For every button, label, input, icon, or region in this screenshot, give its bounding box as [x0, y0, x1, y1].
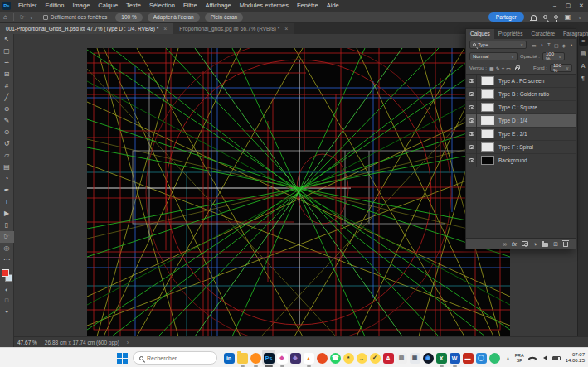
taskbar-app-yellow-3[interactable]: ✓	[368, 349, 381, 367]
filter-shape-layers-icon[interactable]: ▢	[553, 42, 560, 48]
taskbar-firefox[interactable]	[249, 349, 262, 367]
taskbar-linkedin[interactable]: in	[222, 349, 236, 367]
eraser-tool[interactable]: ▱	[0, 150, 14, 162]
taskbar-app-red[interactable]: ▬	[461, 349, 474, 367]
document-tab[interactable]: Proportional_grids.jpg @ 66,7% (RVB/8) *…	[173, 23, 294, 34]
menu-item[interactable]: Image	[68, 0, 94, 12]
lock-position-icon[interactable]: +	[502, 65, 505, 70]
hand-tool[interactable]: ☞	[0, 231, 14, 243]
quick-mask-button[interactable]: ◐	[0, 284, 14, 295]
taskbar-file-explorer[interactable]	[236, 349, 249, 367]
menu-item[interactable]: Aide	[323, 0, 343, 12]
filter-type-layers-icon[interactable]: T	[546, 42, 552, 48]
filter-pixel-layers-icon[interactable]: ▭	[531, 42, 537, 48]
taskbar-app-blue[interactable]: ◯	[474, 349, 488, 367]
taskbar-photos[interactable]: ◆	[275, 349, 289, 367]
marquee-tool[interactable]: ▢	[0, 46, 14, 57]
home-icon[interactable]: ⌂	[3, 12, 7, 23]
wifi-icon[interactable]	[527, 354, 537, 363]
layer-row[interactable]: Type C : Square	[466, 101, 576, 114]
options-button[interactable]: Plein écran	[205, 13, 244, 22]
dock-paragraph-icon[interactable]: ¶	[579, 74, 588, 83]
menu-item[interactable]: Fenêtre	[293, 0, 323, 12]
link-layers-icon[interactable]: ∞	[503, 239, 507, 249]
layer-thumbnail[interactable]	[481, 103, 494, 112]
history-brush-tool[interactable]: ↺	[0, 138, 14, 150]
taskbar-notes[interactable]: ▤	[395, 349, 408, 367]
document-tab[interactable]: 001-Proportional_Grids_H.psd @ 47,7% (Ty…	[0, 23, 173, 34]
lock-artboard-icon[interactable]: ▭	[506, 65, 511, 71]
volume-icon[interactable]	[541, 355, 547, 360]
add-layer-mask-icon[interactable]	[522, 241, 528, 246]
edit-toolbar-button[interactable]: ◒	[0, 306, 14, 316]
hidden-icons-chevron[interactable]: ∧	[506, 355, 509, 361]
menu-item[interactable]: Calque	[94, 0, 122, 12]
minimize-button[interactable]: –	[548, 0, 561, 12]
discover-lightbulb-icon[interactable]	[554, 15, 558, 19]
layer-thumbnail[interactable]	[481, 116, 494, 125]
layer-visibility-toggle[interactable]	[466, 75, 477, 88]
language-indicator[interactable]: FRA SF	[515, 353, 524, 363]
notifications-bell-icon[interactable]	[531, 15, 537, 20]
layer-thumbnail[interactable]	[481, 76, 494, 85]
taskbar-acrobat[interactable]: A	[381, 349, 395, 367]
layer-row[interactable]: Type A : PC screen	[466, 75, 576, 88]
layer-thumbnail[interactable]	[481, 156, 494, 165]
panel-tab[interactable]: Paragraphe	[559, 29, 588, 39]
crop-tool[interactable]: #	[0, 80, 14, 92]
panel-tab[interactable]: Caractère	[527, 29, 559, 39]
taskbar-app-yellow-1[interactable]: *	[342, 349, 355, 367]
options-button[interactable]: 100 %	[115, 13, 142, 22]
maximize-button[interactable]: ▢	[561, 0, 575, 12]
battery-icon[interactable]	[552, 356, 561, 360]
taskbar-calculator[interactable]: ▦	[408, 349, 421, 367]
brush-tool[interactable]: ✎	[0, 115, 14, 127]
layer-visibility-toggle[interactable]	[466, 101, 477, 114]
share-button[interactable]: Partager	[488, 12, 524, 22]
more-tools[interactable]: ⋯	[0, 254, 14, 266]
layer-visibility-toggle[interactable]	[466, 154, 477, 167]
filter-toggle-icon[interactable]: •	[571, 42, 572, 47]
close-tab-icon[interactable]: ×	[284, 26, 288, 31]
chevron-down-icon[interactable]: ∨	[578, 15, 581, 20]
layer-row[interactable]: Type F : Spiral	[466, 141, 576, 154]
taskbar-search[interactable]: Rechercher	[133, 351, 217, 365]
taskbar-app-yellow-2[interactable]: →	[355, 349, 368, 367]
taskbar-app-orange[interactable]	[315, 349, 328, 367]
foreground-color-swatch[interactable]	[2, 269, 9, 277]
clock[interactable]: 07:07 14.06.25	[566, 352, 585, 364]
zoom-level-field[interactable]: 47,67 %	[17, 340, 37, 345]
scroll-all-windows-checkbox[interactable]	[43, 15, 48, 20]
filter-smart-objects-icon[interactable]: ◈	[561, 42, 567, 48]
healing-brush-tool[interactable]: ⊕	[0, 104, 14, 115]
type-tool[interactable]: T	[0, 196, 14, 208]
clone-stamp-tool[interactable]: ⊙	[0, 127, 14, 138]
taskbar-whatsapp[interactable]: ☎	[328, 349, 342, 367]
shape-tool[interactable]: ▯	[0, 220, 14, 231]
layer-filter-select[interactable]: Type ∨	[469, 41, 527, 49]
pen-tool[interactable]: ✒	[0, 185, 14, 196]
taskbar-photoshop[interactable]: Ps	[262, 349, 275, 367]
new-layer-icon[interactable]: ⊞	[553, 239, 558, 249]
taskbar-excel[interactable]: X	[435, 349, 448, 367]
workspace-switcher-icon[interactable]: ▣	[565, 13, 571, 21]
gradient-tool[interactable]: ▤	[0, 162, 14, 173]
path-selection-tool[interactable]: ▶	[0, 208, 14, 220]
dock-character-icon[interactable]: A	[579, 61, 588, 70]
layer-row[interactable]: Type B : Golden ratio	[466, 88, 576, 101]
dock-libraries-icon[interactable]: ▤	[579, 49, 588, 58]
layer-row[interactable]: Background	[466, 154, 576, 167]
layer-visibility-toggle[interactable]	[466, 114, 477, 128]
blend-mode-select[interactable]: Normal ∨	[469, 52, 518, 60]
layer-visibility-toggle[interactable]	[466, 128, 477, 141]
zoom-tool[interactable]: ◎	[0, 243, 14, 254]
menu-item[interactable]: Filtre	[179, 0, 202, 12]
layer-row[interactable]: Type D : 1/4	[466, 114, 576, 128]
opacity-input[interactable]: 100 % ∨	[542, 52, 565, 60]
layer-row[interactable]: Type E : 2/1	[466, 128, 576, 141]
document-canvas[interactable]	[87, 48, 510, 336]
screen-mode-button[interactable]: □	[0, 295, 14, 306]
menu-item[interactable]: Affichage	[202, 0, 236, 12]
menu-item[interactable]: Edition	[41, 0, 69, 12]
adjustment-layer-icon[interactable]: ◑	[533, 239, 537, 249]
